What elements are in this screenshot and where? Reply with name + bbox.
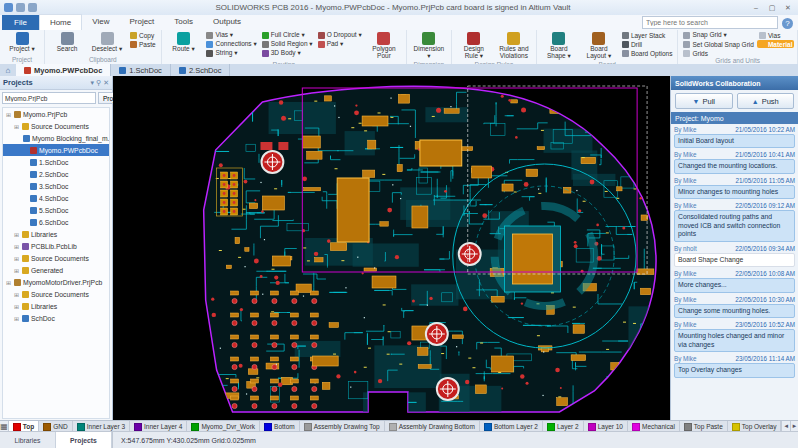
ribbon-button-material[interactable]: Material [757, 40, 795, 48]
ribbon-button-string[interactable]: String ▾ [204, 49, 258, 57]
tab-home[interactable]: Home [39, 14, 82, 30]
tab-project[interactable]: Project [119, 14, 164, 29]
close-button[interactable]: ✕ [781, 2, 795, 13]
tree-item-1-schdoc[interactable]: 1.SchDoc [3, 156, 109, 168]
tree-item-myomomotordriver-prjpcb[interactable]: ⊞MyomoMotorDriver.PrjPcb [3, 276, 109, 288]
tree-expander[interactable]: ⊞ [13, 267, 20, 274]
deselect-icon [101, 32, 114, 45]
save-icon[interactable] [16, 3, 25, 12]
tree-item-2-schdoc[interactable]: 2.SchDoc [3, 168, 109, 180]
ribbon-button-deselect[interactable]: Deselect ▾ [88, 31, 126, 54]
help-icon[interactable]: ? [782, 18, 793, 29]
history-entry[interactable]: By Mike21/05/2016 11:05 AMMinor changes … [674, 177, 795, 199]
undo-icon[interactable] [28, 3, 37, 12]
panel-tab-projects[interactable]: Projects [56, 432, 112, 448]
tree-item-source-documents[interactable]: ⊞Source Documents [3, 120, 109, 132]
tree-item-4-schdoc[interactable]: 4.SchDoc [3, 192, 109, 204]
tree-item-libraries[interactable]: ⊞Libraries [3, 300, 109, 312]
pull-button[interactable]: ▼ Pull [675, 93, 733, 109]
layer-tab-label: Layer 10 [598, 423, 623, 430]
tree-item-pcblib-pcblib[interactable]: ⊞PCBLib.PcbLib [3, 240, 109, 252]
project-selector[interactable] [2, 92, 96, 104]
history-entry[interactable]: By Mike23/05/2016 11:14 AMTop Overlay ch… [674, 355, 795, 377]
ribbon-button-snap-grid[interactable]: Snap Grid ▾ [681, 31, 755, 39]
history-entry[interactable]: By Mike21/05/2016 10:41 AMChanged the mo… [674, 151, 795, 173]
layer-tab-label: Assembly Drawing Top [314, 423, 380, 430]
tree-item-source-documents[interactable]: ⊞Source Documents [3, 288, 109, 300]
minimize-button[interactable]: – [749, 2, 763, 13]
history-entry[interactable]: By nholt22/05/2016 09:34 AMBoard Shape C… [674, 245, 795, 267]
tree-item-libraries[interactable]: ⊞Libraries [3, 228, 109, 240]
tab-view[interactable]: View [82, 14, 119, 29]
ribbon-button-solid-region[interactable]: Solid Region ▾ [260, 40, 315, 48]
ribbon-button-board-options[interactable]: Board Options [620, 49, 675, 57]
panel-tab-libraries[interactable]: Libraries [0, 432, 56, 448]
ribbon-button-search[interactable]: Search [48, 31, 86, 54]
ribbon-button-vias[interactable]: Vias ▾ [204, 31, 258, 39]
ribbon-button-rules-and-violations[interactable]: Rules and Violations [495, 31, 533, 61]
home-tab[interactable]: ⌂ [0, 65, 16, 76]
ribbon-button-grids[interactable]: Grids [681, 49, 755, 57]
ribbon-button-board-shape[interactable]: Board Shape ▾ [540, 31, 578, 61]
tree-expander[interactable]: ⊞ [13, 303, 20, 310]
ribbon-button-label: Board Layout ▾ [582, 46, 616, 60]
history-entry[interactable]: By Mike22/05/2016 10:08 AMMore changes..… [674, 270, 795, 292]
panel-close-icon[interactable]: ✕ [103, 79, 109, 87]
ribbon-button-o-dropout[interactable]: O Dropout ▾ [316, 31, 364, 39]
search-input[interactable] [642, 16, 778, 29]
tree-expander[interactable]: ⊞ [5, 279, 12, 286]
tab-file[interactable]: File [2, 15, 39, 30]
tree-expander[interactable]: ⊞ [13, 291, 20, 298]
document-tab-2-schdoc[interactable]: 2.SchDoc [171, 64, 231, 76]
ribbon-button-dimension[interactable]: Dimension ▾ [410, 31, 448, 61]
layer-tab-label: Mechanical [642, 423, 675, 430]
ribbon-button-set-global-snap-grid[interactable]: Set Global Snap Grid [681, 40, 755, 48]
tree-expander[interactable]: ⊞ [13, 255, 20, 262]
tab-outputs[interactable]: Outputs [203, 14, 251, 29]
ribbon-button-board-layout[interactable]: Board Layout ▾ [580, 31, 618, 61]
ribbon-button-project[interactable]: Project ▾ [3, 31, 41, 54]
ribbon-button-vias[interactable]: Vias [757, 31, 795, 39]
ribbon-button-polygon-pour[interactable]: Polygon Pour [365, 31, 403, 61]
layer-color-swatch [134, 423, 142, 431]
panel-pin-icon[interactable]: ⚲ [96, 79, 101, 87]
tree-item-myomo-pwpcbdoc[interactable]: Myomo.PWPcbDoc [3, 144, 109, 156]
tree-item-generated[interactable]: ⊞Generated [3, 264, 109, 276]
tree-expander[interactable]: ⊞ [13, 231, 20, 238]
ribbon-button-layer-stack[interactable]: Layer Stack [620, 31, 675, 39]
ribbon-button-drill[interactable]: Drill [620, 40, 675, 48]
tree-item-schdoc[interactable]: ⊞SchDoc [3, 312, 109, 324]
history-description: Changed the mounting locations. [674, 159, 795, 173]
tab-tools[interactable]: Tools [164, 14, 203, 29]
history-entry[interactable]: By Mike21/05/2016 10:22 AMInitial Board … [674, 126, 795, 148]
ribbon-button-copy[interactable]: Copy [128, 31, 158, 39]
tree-expander[interactable]: ⊞ [13, 243, 20, 250]
tree-item-source-documents[interactable]: ⊞Source Documents [3, 252, 109, 264]
tree-item-myomo-prjpcb[interactable]: ⊞Myomo.PrjPcb [3, 108, 109, 120]
tree-expander[interactable]: ⊞ [13, 315, 20, 322]
ribbon-button-design-rule[interactable]: Design Rule ▾ [455, 31, 493, 61]
history-entry[interactable]: By Mike22/05/2016 10:30 AMChange some mo… [674, 296, 795, 318]
ribbon-button-paste[interactable]: Paste [128, 40, 158, 48]
tree-expander[interactable]: ⊞ [13, 123, 20, 130]
tree-item-3-schdoc[interactable]: 3.SchDoc [3, 180, 109, 192]
tree-item-6-schdoc[interactable]: 6.SchDoc [3, 216, 109, 228]
history-entry[interactable]: By Mike22/05/2016 09:12 AMConsolidated r… [674, 202, 795, 241]
ribbon-button-3d-body[interactable]: 3D Body ▾ [260, 49, 315, 57]
tree-item-myomo-blocking-final-m[interactable]: Myomo Blocking_final_m... [3, 132, 109, 144]
ribbon-button-route[interactable]: Route ▾ [165, 31, 203, 54]
ribbon-button-pad[interactable]: Pad ▾ [316, 40, 364, 48]
push-button[interactable]: ▲ Push [737, 93, 795, 109]
document-tab-1-schdoc[interactable]: 1.SchDoc [111, 64, 171, 76]
sch-icon [30, 159, 37, 166]
tree-expander[interactable]: ⊞ [5, 111, 12, 118]
tree-item-5-schdoc[interactable]: 5.SchDoc [3, 204, 109, 216]
maximize-button[interactable]: ▢ [765, 2, 779, 13]
document-tab-myomo-pwpcbdoc[interactable]: Myomo.PWPcbDoc [16, 64, 111, 76]
ribbon-button-connections[interactable]: Connections ▾ [204, 40, 258, 48]
history-entry[interactable]: By Mike23/05/2016 10:52 AMMounting holes… [674, 321, 795, 352]
folder-icon [22, 231, 29, 238]
ribbon-button-full-circle[interactable]: Full Circle ▾ [260, 31, 315, 39]
panel-menu-icon[interactable]: ▾ [90, 79, 94, 87]
pcb-canvas[interactable] [113, 76, 670, 420]
